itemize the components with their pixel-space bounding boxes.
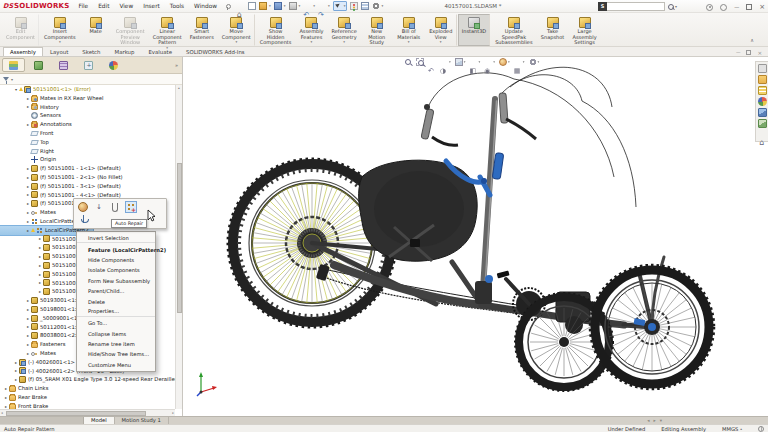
heads-up-button[interactable] (455, 58, 466, 66)
heads-up-button[interactable] (404, 58, 412, 66)
ribbon-button[interactable]: Instant3D▾ (458, 14, 490, 46)
quick-access-button[interactable] (361, 2, 369, 10)
tree-item[interactable]: ▸50193001<1> - (0, 296, 87, 305)
ribbon-button[interactable]: Smart Fasteners▾ (186, 14, 218, 46)
context-menu-item[interactable]: Parent/Child... (77, 286, 155, 296)
window-control-icon[interactable] (720, 4, 727, 11)
menu-item[interactable]: Window (189, 0, 222, 12)
context-menu-item[interactable]: Form New Subassembly (77, 276, 155, 286)
heads-up-button[interactable] (514, 58, 525, 66)
panel-tab[interactable] (2, 58, 25, 72)
heads-up-button[interactable] (499, 58, 510, 66)
task-pane-icon[interactable] (758, 119, 767, 128)
collapse-ribbon-icon[interactable]: ∧ (750, 37, 754, 43)
tree-item[interactable]: ▸Front Brake (0, 402, 52, 409)
heads-up-button[interactable] (428, 58, 436, 66)
tree-item[interactable]: ▸50151001 (0, 270, 83, 279)
horizontal-scroll-thumb[interactable] (6, 411, 146, 416)
window-control-icon[interactable] (759, 2, 765, 12)
ribbon-button[interactable]: Edit Component▾ (2, 14, 39, 46)
context-menu-item[interactable]: Hide Components (77, 255, 155, 265)
context-menu-item[interactable]: Isolate Components (77, 265, 155, 275)
heads-up-button[interactable] (416, 58, 424, 66)
ribbon-button[interactable]: Bill of Materials▾ (393, 14, 425, 46)
tree-vertical-scrollbar[interactable]: ▴ (175, 85, 182, 409)
tree-item[interactable]: ▸Fasteners (0, 340, 69, 349)
tree-item[interactable]: ▸50151001 (0, 287, 83, 296)
task-pane-icon[interactable] (758, 64, 767, 73)
tree-item[interactable]: ▸(f) 05_SRAM X01 Eagle Type 3.0 12-speed… (0, 375, 175, 384)
ribbon-button[interactable]: Insert Components▾ (40, 14, 80, 46)
quick-access-button[interactable] (372, 2, 384, 10)
tree-item[interactable]: ▸Rear Brake (0, 393, 51, 402)
quick-access-button[interactable] (303, 2, 315, 10)
ribbon-button[interactable]: Mate▾ (80, 14, 112, 46)
tree-item[interactable]: ▸50151001 (0, 235, 83, 244)
command-manager-tab[interactable]: Sketch (75, 47, 107, 56)
heads-up-button[interactable] (440, 58, 451, 66)
search-caret-icon[interactable]: ▾ (675, 4, 677, 9)
window-control-icon[interactable] (706, 4, 713, 11)
task-pane-icon[interactable] (758, 108, 767, 117)
panel-chevron-icon[interactable]: » (175, 62, 180, 68)
quick-access-button[interactable] (333, 1, 347, 11)
quick-access-button[interactable] (318, 2, 330, 10)
tree-item[interactable]: Front (0, 129, 57, 138)
menu-item[interactable]: Insert (138, 0, 165, 12)
search-icon[interactable] (667, 3, 675, 11)
context-menu-item[interactable]: Invert Selection (77, 233, 155, 243)
tree-horizontal-scrollbar[interactable]: ◂ ▸ (0, 409, 175, 416)
window-control-icon[interactable] (746, 4, 752, 10)
task-pane-icon[interactable] (758, 97, 767, 106)
assembly-model[interactable] (184, 57, 768, 416)
panel-tab[interactable] (27, 58, 50, 72)
quick-access-button[interactable] (289, 2, 301, 10)
graphics-viewport[interactable] (184, 57, 768, 416)
menu-item[interactable]: Edit (93, 0, 114, 12)
context-menu-item[interactable]: Feature (LocalCirPattern2) (77, 244, 155, 254)
command-manager-tab[interactable]: Evaluate (141, 47, 179, 56)
menu-item[interactable]: Tools (165, 0, 189, 12)
tree-item[interactable]: ▸50151001 (0, 279, 83, 288)
quick-access-button[interactable] (350, 2, 358, 10)
tree-item[interactable]: ▸Mates (0, 349, 60, 358)
ribbon-button[interactable]: Exploded View▾ (425, 14, 457, 46)
quick-access-button[interactable] (237, 2, 245, 10)
tab-splitter-area[interactable] (0, 417, 84, 424)
task-pane-icon[interactable] (758, 130, 767, 139)
command-manager-tab[interactable]: Markup (107, 47, 141, 56)
tree-item[interactable]: ▸Mates (0, 208, 60, 217)
tree-item[interactable]: ▸(f) 50151001 - 2<1> (No Fillet) (0, 173, 127, 182)
context-menu-item[interactable]: Delete (77, 296, 155, 306)
context-toolbar-icon[interactable] (109, 201, 121, 213)
task-pane-icon[interactable] (758, 75, 767, 84)
panel-tab[interactable] (52, 58, 75, 72)
document-tab[interactable]: Model (84, 417, 115, 424)
tree-item[interactable]: Sensors (0, 111, 65, 120)
document-window-control-icon[interactable] (736, 48, 741, 57)
quick-access-button[interactable] (259, 2, 271, 10)
tree-item[interactable]: ▸Chain Links (0, 384, 52, 393)
ribbon-button[interactable]: Reference Geometry▾ (328, 14, 361, 46)
ribbon-button[interactable]: Linear Component Pattern▾ (149, 14, 186, 46)
document-tab[interactable]: Motion Study 1 (115, 417, 169, 424)
tree-item[interactable]: ▸50151001 (0, 243, 83, 252)
quick-access-button[interactable] (274, 2, 286, 10)
context-toolbar-icon[interactable] (93, 201, 105, 213)
document-window-control-icon[interactable] (757, 49, 762, 57)
ribbon-button[interactable]: Take Snapshot▾ (537, 14, 569, 46)
menu-item[interactable]: File (73, 0, 93, 12)
command-manager-tab[interactable]: Layout (43, 47, 75, 56)
context-menu-item[interactable]: Go To... (77, 318, 155, 328)
tree-item[interactable]: ▸Mates in RX Rear Wheel (0, 94, 108, 103)
panel-tab[interactable] (77, 58, 100, 72)
tree-item[interactable]: ▸50151001 (0, 252, 83, 261)
quick-tips-icon[interactable] (758, 426, 764, 432)
ribbon-button[interactable]: New Motion Study▾ (361, 14, 393, 46)
ribbon-button[interactable]: Show Hidden Components▾ (256, 14, 296, 46)
context-menu-item[interactable]: Hide/Show Tree Items... (77, 349, 155, 359)
context-menu-item[interactable]: Collapse Items (77, 329, 155, 339)
ribbon-button[interactable]: Component Preview Window▾ (112, 14, 149, 46)
command-manager-tab[interactable]: SOLIDWORKS Add-Ins (179, 47, 252, 56)
heads-up-button[interactable] (529, 58, 540, 66)
